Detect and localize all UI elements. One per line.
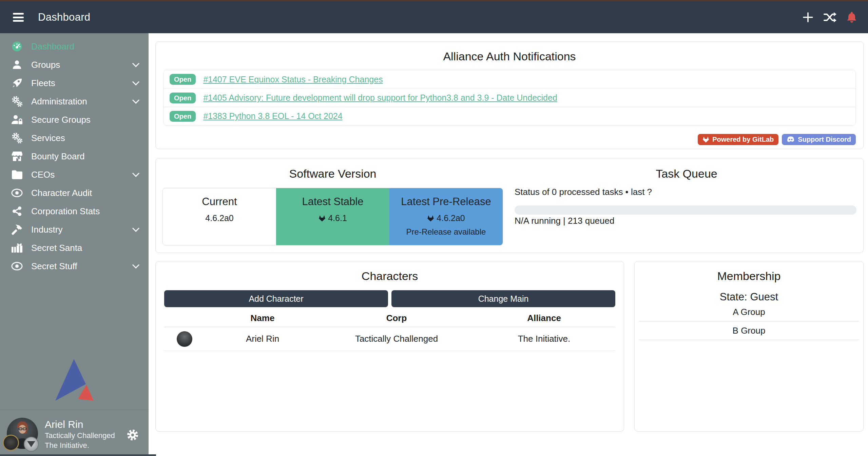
corp-logo-badge — [3, 435, 19, 451]
alliance-auth-dashboard: Dashboard — [0, 0, 868, 456]
sidebar-item-bounty-board[interactable]: Bounty Board — [0, 147, 149, 165]
task-queue-progressbar — [515, 205, 856, 215]
store-icon — [10, 151, 24, 161]
sidebar-item-label: Character Audit — [31, 188, 92, 198]
sidebar-item-label: CEOs — [31, 170, 55, 180]
status-badge: Open — [170, 93, 196, 103]
version-current-cell: Current 4.6.2a0 — [163, 188, 276, 245]
share-nodes-icon — [10, 206, 24, 217]
sidebar-bottom-strip — [0, 454, 156, 456]
chevron-down-icon — [132, 60, 139, 67]
hammer-icon — [10, 224, 24, 235]
sidebar-item-secure-groups[interactable]: Secure Groups — [0, 111, 149, 129]
user-alliance: The Initiative. — [45, 440, 115, 450]
rocket-icon — [10, 78, 24, 88]
sidebar-item-industry[interactable]: Industry — [0, 220, 149, 239]
chevron-down-icon — [132, 224, 139, 232]
characters-title: Characters — [156, 270, 624, 283]
notification-item: Open #1383 Python 3.8 EOL - 14 Oct 2024 — [163, 107, 855, 125]
group-item: A Group — [639, 303, 859, 321]
sidebar-item-label: Services — [31, 133, 65, 143]
sidebar-item-character-audit[interactable]: Character Audit — [0, 184, 149, 202]
notification-link[interactable]: #1407 EVE Equinox Status - Breaking Chan… — [203, 75, 383, 84]
support-discord-badge[interactable]: Support Discord — [782, 134, 856, 145]
software-version-box: Current 4.6.2a0 Latest Stable 4.6.1 Late… — [162, 188, 503, 245]
user-info: Ariel Rin Tactically Challenged The Init… — [45, 418, 115, 450]
software-version-section: Software Version Current 4.6.2a0 Latest … — [156, 158, 510, 253]
characters-actions: Add Character Change Main — [164, 290, 615, 307]
notifications-list: Open #1407 EVE Equinox Status - Breaking… — [163, 70, 856, 125]
character-alliance: The Initiative. — [473, 334, 615, 344]
bell-icon[interactable] — [846, 12, 857, 23]
change-main-button[interactable]: Change Main — [391, 290, 615, 307]
notification-item: Open #1407 EVE Equinox Status - Breaking… — [163, 70, 855, 88]
user-settings-gear-icon[interactable] — [126, 429, 139, 443]
top-navbar: Dashboard — [0, 1, 868, 33]
notifications-panel: Alliance Auth Notifications Open #1407 E… — [155, 41, 864, 149]
sidebar-item-ceos[interactable]: CEOs — [0, 165, 149, 184]
sidebar-item-label: Administration — [31, 96, 87, 107]
group-item: B Group — [639, 321, 859, 340]
folder-icon — [10, 170, 24, 179]
user-corp: Tactically Challenged — [45, 431, 115, 440]
sidebar-item-label: Industry — [31, 224, 63, 235]
notification-link[interactable]: #1405 Advisory: Future development will … — [203, 93, 557, 103]
sidebar: Dashboard Groups — [0, 33, 149, 456]
navbar-actions — [802, 12, 857, 23]
sidebar-item-label: Fleets — [31, 78, 55, 88]
col-name: Name — [205, 313, 320, 323]
user-icon — [10, 60, 24, 70]
eye-icon — [10, 189, 24, 197]
status-badge: Open — [170, 111, 196, 122]
membership-state: State: Guest — [635, 291, 863, 303]
sidebar-item-corporation-stats[interactable]: Corporation Stats — [0, 202, 149, 220]
character-portrait — [177, 331, 192, 347]
membership-title: Membership — [635, 270, 863, 283]
user-name: Ariel Rin — [45, 418, 115, 431]
page-title: Dashboard — [38, 11, 90, 23]
character-row: Ariel Rin Tactically Challenged The Init… — [164, 327, 615, 351]
sidebar-item-label: Groups — [31, 60, 60, 70]
col-corp: Corp — [320, 313, 473, 323]
characters-table: Name Corp Alliance Ariel Rin Tactically … — [164, 310, 615, 351]
gitlab-tanuki-icon — [702, 136, 709, 143]
sidebar-item-services[interactable]: Services — [0, 129, 149, 147]
sidebar-item-groups[interactable]: Groups — [0, 56, 149, 74]
alliance-auth-logo — [55, 359, 94, 402]
gitlab-tanuki-icon — [319, 215, 326, 222]
sidebar-item-label: Secret Stuff — [31, 261, 77, 272]
sidebar-item-fleets[interactable]: Fleets — [0, 74, 149, 92]
powered-by-gitlab-badge[interactable]: Powered by GitLab — [698, 134, 778, 145]
task-queue-status: Status of 0 processed tasks • last ? — [515, 187, 652, 197]
characters-table-header: Name Corp Alliance — [164, 310, 615, 327]
user-panel: Ariel Rin Tactically Challenged The Init… — [0, 415, 149, 454]
discord-icon — [787, 136, 795, 143]
hamburger-menu-icon[interactable] — [13, 13, 24, 22]
sidebar-menu: Dashboard Groups — [0, 33, 149, 275]
chevron-down-icon — [132, 78, 139, 85]
task-queue-title: Task Queue — [510, 167, 863, 180]
shuffle-icon[interactable] — [823, 12, 837, 23]
notification-link[interactable]: #1383 Python 3.8 EOL - 14 Oct 2024 — [203, 111, 342, 121]
sidebar-item-secret-stuff[interactable]: Secret Stuff — [0, 257, 149, 275]
membership-groups: A Group B Group — [639, 303, 859, 340]
sidebar-item-secret-santa[interactable]: Secret Santa — [0, 239, 149, 257]
version-stable-cell: Latest Stable 4.6.1 — [276, 188, 389, 245]
sidebar-item-administration[interactable]: Administration — [0, 92, 149, 111]
gears-icon — [10, 96, 24, 107]
gears-icon — [10, 132, 24, 144]
gitlab-tanuki-icon — [427, 215, 434, 222]
task-queue-counts: N/A running | 213 queued — [515, 216, 614, 226]
sidebar-divider — [0, 410, 149, 410]
sidebar-item-dashboard[interactable]: Dashboard — [0, 37, 149, 56]
add-character-button[interactable]: Add Character — [164, 290, 388, 307]
chevron-down-icon — [132, 170, 139, 177]
prerelease-note: Pre-Release available — [389, 227, 503, 237]
software-version-title: Software Version — [156, 167, 510, 180]
character-corp: Tactically Challenged — [320, 334, 473, 344]
notifications-title: Alliance Auth Notifications — [156, 50, 863, 63]
sidebar-item-label: Bounty Board — [31, 151, 85, 162]
gifts-icon — [10, 243, 24, 253]
sidebar-item-label: Corporation Stats — [31, 206, 100, 217]
plus-icon[interactable] — [802, 12, 814, 23]
